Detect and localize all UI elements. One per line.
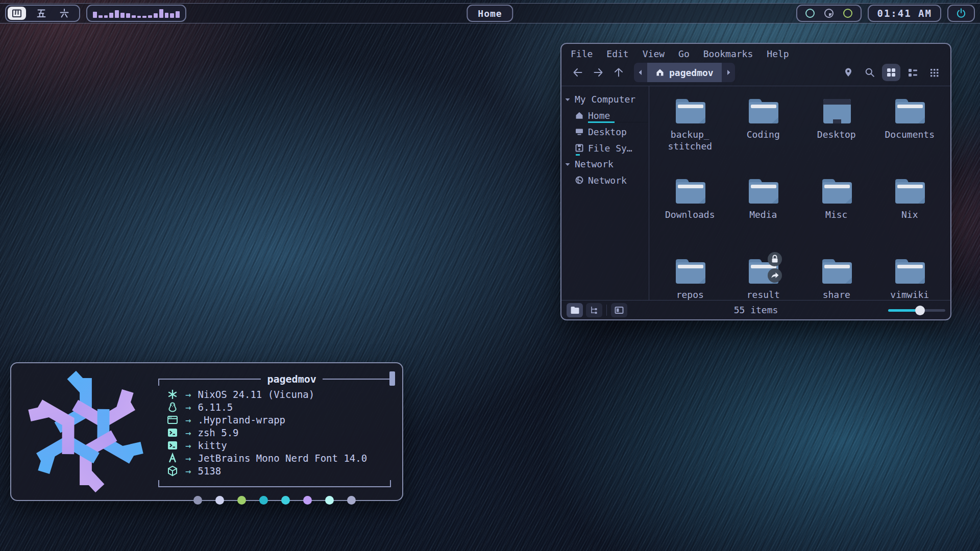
places-sidebar: My ComputerHomeDesktopFile Sy…NetworkNet… bbox=[561, 86, 649, 300]
terminal-icon bbox=[166, 439, 179, 452]
folder-Nix[interactable]: Nix bbox=[873, 172, 947, 253]
globe-icon bbox=[575, 176, 584, 185]
menu-go[interactable]: Go bbox=[678, 48, 690, 59]
folder-label: result bbox=[747, 289, 780, 300]
folder-share[interactable]: share bbox=[800, 253, 873, 333]
workspace-2[interactable] bbox=[34, 7, 49, 20]
window-icon bbox=[166, 414, 179, 426]
folder-icon bbox=[674, 177, 706, 204]
visualizer-bar bbox=[154, 13, 158, 18]
font-icon bbox=[166, 452, 179, 464]
folder-backup_stitched[interactable]: backup_stitched bbox=[653, 92, 727, 172]
breadcrumb-next-icon[interactable] bbox=[722, 63, 735, 82]
folder-repos[interactable]: repos bbox=[653, 253, 727, 333]
gauge-ring-3-icon bbox=[842, 7, 854, 19]
places-pane-button[interactable] bbox=[567, 303, 583, 317]
menu-edit[interactable]: Edit bbox=[606, 48, 628, 59]
visualizer-bar bbox=[115, 10, 119, 18]
folder-Downloads[interactable]: Downloads bbox=[653, 172, 727, 253]
fetch-frame-bottom bbox=[158, 480, 391, 487]
up-button[interactable] bbox=[609, 64, 628, 81]
fetch-row-kernel: → 6.11.5 bbox=[166, 400, 391, 413]
fetch-row-wm: → .Hyprland-wrapp bbox=[166, 413, 391, 426]
back-button[interactable] bbox=[569, 64, 587, 81]
list-view-button[interactable] bbox=[903, 64, 922, 81]
sidebar-item-home[interactable]: Home bbox=[565, 107, 646, 123]
folder-result[interactable]: result bbox=[727, 253, 800, 333]
terminal-cursor bbox=[389, 371, 395, 386]
fetch-row-font: → JetBrains Mono Nerd Font 14.0 bbox=[166, 452, 391, 464]
breadcrumb-prev-icon[interactable] bbox=[634, 63, 647, 82]
workspace-1[interactable] bbox=[8, 7, 26, 20]
folder-label: Documents bbox=[885, 129, 935, 140]
folder-icon bbox=[821, 257, 852, 284]
palette-dot-7 bbox=[325, 496, 334, 505]
location-pin-button[interactable] bbox=[839, 64, 857, 81]
folder-Documents[interactable]: Documents bbox=[873, 92, 947, 172]
visualizer-bar bbox=[120, 13, 125, 18]
zoom-slider[interactable] bbox=[888, 305, 945, 315]
folder-Media[interactable]: Media bbox=[727, 172, 800, 253]
toggle-side-pane-button[interactable] bbox=[611, 303, 627, 317]
status-bar: 55 items bbox=[561, 300, 950, 319]
folder-icon bbox=[674, 96, 706, 124]
home-icon bbox=[655, 68, 665, 77]
fetch-frame-top: pagedmov bbox=[158, 372, 391, 386]
forward-button[interactable] bbox=[589, 64, 607, 81]
menu-file[interactable]: File bbox=[571, 48, 593, 59]
gauge-disk-icon bbox=[823, 7, 835, 19]
arrow-icon: → bbox=[185, 427, 191, 438]
sidebar-item-desktop[interactable]: Desktop bbox=[565, 123, 646, 140]
chevron-down-icon bbox=[565, 96, 571, 103]
zoom-slider-thumb[interactable] bbox=[915, 306, 925, 315]
sidebar-item-file-sy-[interactable]: File Sy… bbox=[565, 140, 646, 156]
arrow-icon: → bbox=[185, 414, 191, 425]
power-button[interactable] bbox=[947, 5, 975, 22]
visualizer-bar bbox=[176, 11, 180, 18]
arrow-icon: → bbox=[185, 453, 191, 464]
folder-vimwiki[interactable]: vimwiki bbox=[873, 253, 947, 333]
visualizer-bar bbox=[109, 13, 113, 18]
grid-view-button[interactable] bbox=[882, 64, 900, 81]
visualizer-bar bbox=[132, 15, 136, 18]
tux-icon bbox=[166, 401, 179, 413]
search-button[interactable] bbox=[861, 64, 879, 81]
menu-help[interactable]: Help bbox=[767, 48, 789, 59]
sidebar-section-my-computer[interactable]: My Computer bbox=[565, 91, 646, 107]
palette-dot-8 bbox=[347, 496, 356, 505]
visualizer-bar bbox=[148, 15, 152, 18]
nixos-logo bbox=[22, 371, 149, 492]
folder-Misc[interactable]: Misc bbox=[800, 172, 873, 253]
folder-label: Nix bbox=[901, 209, 918, 220]
folder-icon bbox=[894, 96, 925, 124]
gauge-ring-1-icon bbox=[804, 7, 816, 19]
visualizer-bar bbox=[159, 9, 163, 18]
palette-dot-6 bbox=[303, 496, 312, 505]
workspace-3[interactable] bbox=[57, 7, 72, 20]
workspace-switcher bbox=[5, 5, 80, 22]
item-count: 55 items bbox=[734, 305, 778, 315]
system-gauges bbox=[796, 5, 862, 22]
palette-dot-5 bbox=[281, 496, 290, 505]
folder-icon bbox=[674, 257, 706, 284]
package-icon bbox=[166, 465, 179, 477]
compact-view-button[interactable] bbox=[925, 64, 943, 81]
tree-pane-button[interactable] bbox=[586, 303, 602, 317]
sidebar-section-network[interactable]: Network bbox=[565, 156, 646, 172]
menu-bookmarks[interactable]: Bookmarks bbox=[703, 48, 753, 59]
folder-label: Misc bbox=[825, 209, 847, 220]
fetch-row-os: → NixOS 24.11 (Vicuna) bbox=[166, 388, 391, 400]
toolbar: pagedmov bbox=[561, 60, 950, 86]
menu-view[interactable]: View bbox=[643, 48, 665, 59]
audio-visualizer bbox=[86, 5, 186, 22]
clock: 01:41 AM bbox=[868, 5, 941, 22]
folder-Coding[interactable]: Coding bbox=[727, 92, 800, 172]
visualizer-bar bbox=[137, 16, 141, 18]
folder-Desktop[interactable]: Desktop bbox=[800, 92, 873, 172]
breadcrumb-segment-home[interactable]: pagedmov bbox=[647, 63, 722, 82]
breadcrumb-label: pagedmov bbox=[669, 67, 714, 78]
file-manager-window: FileEditViewGoBookmarksHelp pagedmov My … bbox=[560, 43, 951, 320]
emblem-lock-icon bbox=[767, 252, 782, 267]
home-icon bbox=[575, 111, 584, 120]
sidebar-item-network[interactable]: Network bbox=[565, 172, 646, 188]
